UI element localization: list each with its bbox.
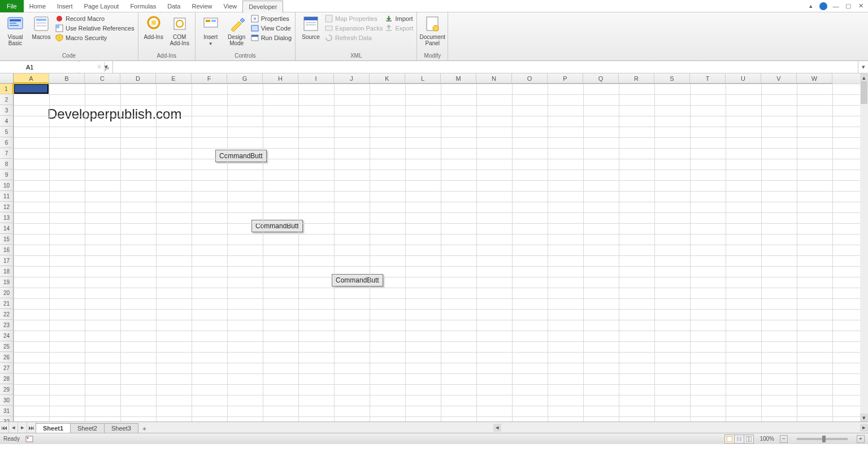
row-header[interactable]: 9 (0, 169, 14, 180)
view-code-button[interactable]: View Code (251, 24, 292, 32)
row-header[interactable]: 32 (0, 416, 14, 421)
command-button-2[interactable]: CommandButt (251, 220, 303, 232)
visual-basic-button[interactable]: VisualBasic (3, 14, 27, 46)
sheet-tab-1[interactable]: Sheet1 (36, 423, 71, 433)
com-addins-button[interactable]: COMAdd-Ins (168, 14, 192, 46)
row-header[interactable]: 18 (0, 266, 14, 277)
view-normal[interactable] (724, 434, 735, 444)
addins-button[interactable]: Add-Ins (142, 14, 166, 40)
tab-insert[interactable]: Insert (51, 0, 79, 12)
minimize-icon[interactable]: — (832, 2, 840, 10)
scroll-down-icon[interactable]: ▾ (860, 414, 868, 421)
macros-button[interactable]: Macros (29, 14, 53, 40)
properties-button[interactable]: Properties (251, 15, 292, 23)
macro-record-status-icon[interactable] (25, 436, 33, 442)
column-header[interactable]: B (49, 73, 85, 84)
scroll-thumb[interactable] (861, 81, 867, 104)
row-header[interactable]: 19 (0, 277, 14, 288)
column-header[interactable]: L (405, 73, 441, 84)
column-header[interactable]: A (14, 73, 49, 84)
row-header[interactable]: 22 (0, 309, 14, 320)
column-header[interactable]: D (120, 73, 156, 84)
row-header[interactable]: 28 (0, 373, 14, 384)
column-header[interactable]: F (192, 73, 227, 84)
command-button-3[interactable]: CommandButt (332, 274, 383, 286)
row-header[interactable]: 17 (0, 255, 14, 266)
row-header[interactable]: 7 (0, 148, 14, 159)
sheet-nav-last[interactable]: ⏭ (27, 422, 36, 433)
document-panel-button[interactable]: DocumentPanel (420, 14, 444, 46)
tab-view[interactable]: View (218, 0, 243, 12)
column-header[interactable]: G (227, 73, 263, 84)
tab-review[interactable]: Review (186, 0, 218, 12)
row-header[interactable]: 3 (0, 105, 14, 116)
column-header[interactable]: O (512, 73, 548, 84)
hscroll-left-icon[interactable]: ◂ (493, 424, 501, 432)
command-button-1[interactable]: CommandButt (215, 150, 267, 162)
sheet-nav-first[interactable]: ⏮ (0, 422, 9, 433)
column-header[interactable]: W (797, 73, 832, 84)
sheet-tab-2[interactable]: Sheet2 (70, 423, 105, 433)
zoom-in-button[interactable]: + (857, 435, 865, 443)
column-header[interactable]: C (85, 73, 120, 84)
row-header[interactable]: 30 (0, 395, 14, 406)
row-header[interactable]: 31 (0, 406, 14, 416)
hscroll-right-icon[interactable]: ▸ (860, 424, 868, 432)
row-header[interactable]: 26 (0, 352, 14, 363)
scroll-up-icon[interactable]: ▴ (860, 73, 868, 81)
row-header[interactable]: 1 (0, 84, 14, 94)
column-header[interactable]: R (619, 73, 654, 84)
fx-icon[interactable]: fx (105, 64, 109, 71)
row-header[interactable]: 15 (0, 234, 14, 245)
row-header[interactable]: 25 (0, 341, 14, 352)
tab-page-layout[interactable]: Page Layout (79, 0, 125, 12)
formula-input[interactable] (113, 61, 858, 73)
zoom-marker[interactable] (822, 436, 826, 442)
column-header[interactable]: Q (583, 73, 619, 84)
column-header[interactable]: K (370, 73, 405, 84)
row-header[interactable]: 13 (0, 212, 14, 223)
row-header[interactable]: 10 (0, 180, 14, 191)
cancel-formula-icon[interactable]: ✕ (97, 63, 102, 71)
row-header[interactable]: 2 (0, 94, 14, 105)
new-sheet-button[interactable]: ✶ (138, 425, 151, 433)
row-header[interactable]: 23 (0, 320, 14, 331)
sheet-nav-prev[interactable]: ◂ (9, 422, 18, 433)
record-macro-button[interactable]: Record Macro (55, 15, 134, 23)
tab-data[interactable]: Data (162, 0, 186, 12)
import-button[interactable]: Import (385, 15, 413, 23)
row-header[interactable]: 5 (0, 127, 14, 137)
run-dialog-button[interactable]: Run Dialog (251, 34, 292, 42)
column-header[interactable]: U (726, 73, 761, 84)
row-header[interactable]: 14 (0, 223, 14, 234)
macro-security-button[interactable]: ! Macro Security (55, 34, 134, 42)
row-header[interactable]: 11 (0, 191, 14, 202)
row-header[interactable]: 29 (0, 384, 14, 395)
hscroll-track[interactable] (509, 424, 852, 431)
column-header[interactable]: I (298, 73, 334, 84)
select-all-corner[interactable] (0, 73, 14, 84)
insert-control-button[interactable]: Insert ▼ (199, 14, 223, 46)
tab-developer[interactable]: Developer (242, 1, 283, 13)
row-header[interactable]: 16 (0, 245, 14, 255)
zoom-level[interactable]: 100% (760, 436, 774, 442)
vertical-scrollbar[interactable]: ▴ ▾ (860, 73, 868, 421)
column-header[interactable]: P (548, 73, 583, 84)
view-page-layout[interactable] (734, 434, 744, 444)
design-mode-button[interactable]: DesignMode (225, 14, 249, 46)
horizontal-scrollbar[interactable]: ◂ ▸ (151, 422, 868, 433)
row-header[interactable]: 4 (0, 116, 14, 127)
row-header[interactable]: 8 (0, 159, 14, 169)
expand-formula-bar[interactable]: ▾ (858, 61, 868, 73)
column-header[interactable]: S (654, 73, 690, 84)
view-page-break[interactable] (744, 434, 754, 444)
file-tab[interactable]: File (0, 0, 24, 12)
restore-icon[interactable]: ▢ (844, 2, 852, 10)
column-header[interactable]: V (761, 73, 797, 84)
column-header[interactable]: N (476, 73, 512, 84)
row-header[interactable]: 6 (0, 137, 14, 148)
row-header[interactable]: 27 (0, 363, 14, 373)
sheet-tab-3[interactable]: Sheet3 (104, 423, 138, 433)
column-header[interactable]: E (156, 73, 192, 84)
help-icon[interactable]: ? (819, 2, 827, 10)
